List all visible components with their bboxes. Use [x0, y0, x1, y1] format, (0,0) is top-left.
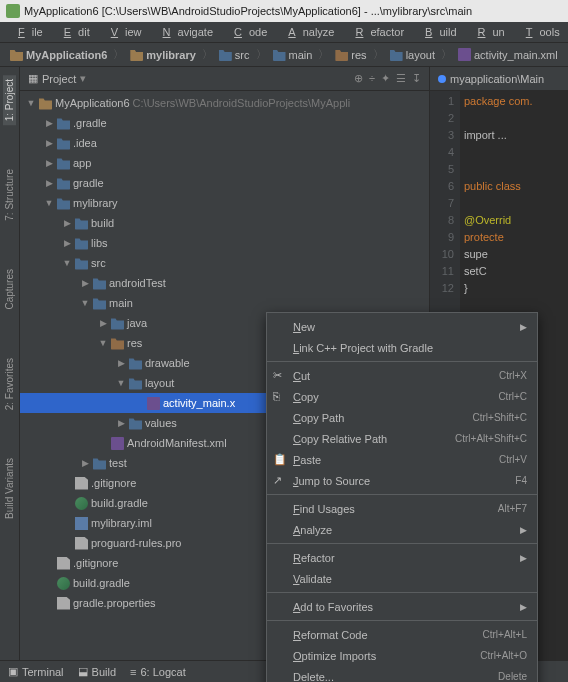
context-menu[interactable]: New▶Link C++ Project with Gradle✂CutCtrl…	[266, 312, 538, 682]
tree-node-src[interactable]: ▼src	[20, 253, 429, 273]
tree-node-.gradle[interactable]: ▶.gradle	[20, 113, 429, 133]
menu-code[interactable]: Code	[220, 24, 274, 40]
expand-arrow-icon[interactable]: ▶	[44, 138, 54, 148]
terminal-button[interactable]: ▣ Terminal	[8, 665, 64, 678]
expand-arrow-icon[interactable]: ▶	[80, 458, 90, 468]
folder-b-icon	[129, 377, 142, 390]
menu-item-optimize-imports[interactable]: Optimize ImportsCtrl+Alt+O	[267, 645, 537, 666]
menu-edit[interactable]: Edit	[50, 24, 97, 40]
breadcrumb-mylibrary[interactable]: mylibrary	[126, 46, 200, 63]
build-button[interactable]: ⬓ Build	[78, 665, 116, 678]
menu-item-new[interactable]: New▶	[267, 316, 537, 337]
menu-item-add-to-favorites[interactable]: Add to Favorites▶	[267, 596, 537, 617]
menu-run[interactable]: Run	[464, 24, 512, 40]
menu-view[interactable]: View	[97, 24, 149, 40]
expand-arrow-icon[interactable]: ▶	[44, 178, 54, 188]
tree-node-androidTest[interactable]: ▶androidTest	[20, 273, 429, 293]
file-icon	[75, 477, 88, 490]
breadcrumb-res[interactable]: res	[331, 46, 370, 63]
folder-b-icon	[273, 48, 286, 61]
submenu-arrow-icon: ▶	[520, 525, 527, 535]
panel-tool[interactable]: ÷	[369, 72, 375, 85]
menu-item-cut[interactable]: ✂CutCtrl+X	[267, 365, 537, 386]
tree-node-mylibrary[interactable]: ▼mylibrary	[20, 193, 429, 213]
menu-item-paste[interactable]: 📋PasteCtrl+V	[267, 449, 537, 470]
menu-file[interactable]: File	[4, 24, 50, 40]
breadcrumb-src[interactable]: src	[215, 46, 254, 63]
left-tab-1--project[interactable]: 1: Project	[3, 75, 16, 125]
menu-item-delete---[interactable]: Delete...Delete	[267, 666, 537, 682]
expand-arrow-icon[interactable]: ▼	[80, 298, 90, 308]
menu-separator	[267, 494, 537, 495]
logcat-button[interactable]: ≡ 6: Logcat	[130, 666, 186, 678]
breadcrumb-activity_main.xml[interactable]: activity_main.xml	[454, 46, 562, 63]
iml-icon	[75, 517, 88, 530]
expand-arrow-icon[interactable]: ▼	[26, 98, 36, 108]
menu-refactor[interactable]: Refactor	[341, 24, 411, 40]
tree-node-.idea[interactable]: ▶.idea	[20, 133, 429, 153]
expand-arrow-icon[interactable]: ▼	[116, 378, 126, 388]
tree-node-MyApplication6[interactable]: ▼MyApplication6 C:\Users\WB\AndroidStudi…	[20, 93, 429, 113]
breadcrumb-layout[interactable]: layout	[386, 46, 439, 63]
panel-tool[interactable]: ☰	[396, 72, 406, 85]
expand-arrow-icon[interactable]: ▶	[62, 218, 72, 228]
menu-separator	[267, 620, 537, 621]
panel-tool[interactable]: ⊕	[354, 72, 363, 85]
menu-item-validate[interactable]: Validate	[267, 568, 537, 589]
menu-navigate[interactable]: Navigate	[149, 24, 220, 40]
expand-arrow-icon[interactable]: ▼	[62, 258, 72, 268]
xml-icon	[458, 48, 471, 61]
tree-node-libs[interactable]: ▶libs	[20, 233, 429, 253]
editor-tab[interactable]: myapplication\Main	[430, 67, 568, 91]
menu-item-copy[interactable]: ⎘CopyCtrl+C	[267, 386, 537, 407]
expand-arrow-icon[interactable]: ▶	[44, 158, 54, 168]
breadcrumb-MyApplication6[interactable]: MyApplication6	[6, 46, 111, 63]
left-tab-captures[interactable]: Captures	[3, 265, 16, 314]
menu-item-copy-path[interactable]: Copy PathCtrl+Shift+C	[267, 407, 537, 428]
tree-node-main[interactable]: ▼main	[20, 293, 429, 313]
gradle-icon	[57, 577, 70, 590]
left-tab-7--structure[interactable]: 7: Structure	[3, 165, 16, 225]
tree-node-build[interactable]: ▶build	[20, 213, 429, 233]
folder-r-icon	[111, 337, 124, 350]
menu-build[interactable]: Build	[411, 24, 463, 40]
menu-separator	[267, 543, 537, 544]
expand-arrow-icon[interactable]: ▶	[44, 118, 54, 128]
folder-b-icon	[93, 457, 106, 470]
breadcrumb-main[interactable]: main	[269, 46, 317, 63]
left-tab-2--favorites[interactable]: 2: Favorites	[3, 354, 16, 414]
menu-analyze[interactable]: Analyze	[274, 24, 341, 40]
menu-item-copy-relative-path[interactable]: Copy Relative PathCtrl+Alt+Shift+C	[267, 428, 537, 449]
tree-node-gradle[interactable]: ▶gradle	[20, 173, 429, 193]
menu-item-find-usages[interactable]: Find UsagesAlt+F7	[267, 498, 537, 519]
expand-arrow-icon[interactable]: ▼	[98, 338, 108, 348]
panel-tool[interactable]: ↧	[412, 72, 421, 85]
tree-node-app[interactable]: ▶app	[20, 153, 429, 173]
expand-arrow-icon[interactable]: ▶	[116, 418, 126, 428]
menu-tools[interactable]: Tools	[512, 24, 567, 40]
left-tab-build-variants[interactable]: Build Variants	[3, 454, 16, 523]
menu-item-analyze[interactable]: Analyze▶	[267, 519, 537, 540]
expand-arrow-icon[interactable]: ▶	[80, 278, 90, 288]
menu-icon: ⎘	[273, 390, 287, 404]
expand-arrow-icon[interactable]: ▶	[116, 358, 126, 368]
menu-icon: ↗	[273, 474, 287, 488]
expand-arrow-icon[interactable]: ▼	[44, 198, 54, 208]
expand-arrow-icon[interactable]: ▶	[98, 318, 108, 328]
menu-item-reformat-code[interactable]: Reformat CodeCtrl+Alt+L	[267, 624, 537, 645]
window-title: MyApplication6 [C:\Users\WB\AndroidStudi…	[24, 5, 472, 17]
left-toolbar: 1: Project7: StructureCaptures2: Favorit…	[0, 67, 20, 660]
menu-item-link-c---project-with-gradle[interactable]: Link C++ Project with Gradle	[267, 337, 537, 358]
project-panel-tools[interactable]: ⊕÷✦☰↧	[354, 72, 421, 85]
expand-arrow-icon[interactable]: ▶	[62, 238, 72, 248]
folder-icon	[10, 48, 23, 61]
folder-b-icon	[75, 257, 88, 270]
panel-tool[interactable]: ✦	[381, 72, 390, 85]
app-icon	[6, 4, 20, 18]
file-icon	[75, 537, 88, 550]
menu-item-refactor[interactable]: Refactor▶	[267, 547, 537, 568]
menu-item-jump-to-source[interactable]: ↗Jump to SourceF4	[267, 470, 537, 491]
editor-tab-label: myapplication\Main	[450, 73, 544, 85]
xml-icon	[147, 397, 160, 410]
folder-b-icon	[57, 177, 70, 190]
